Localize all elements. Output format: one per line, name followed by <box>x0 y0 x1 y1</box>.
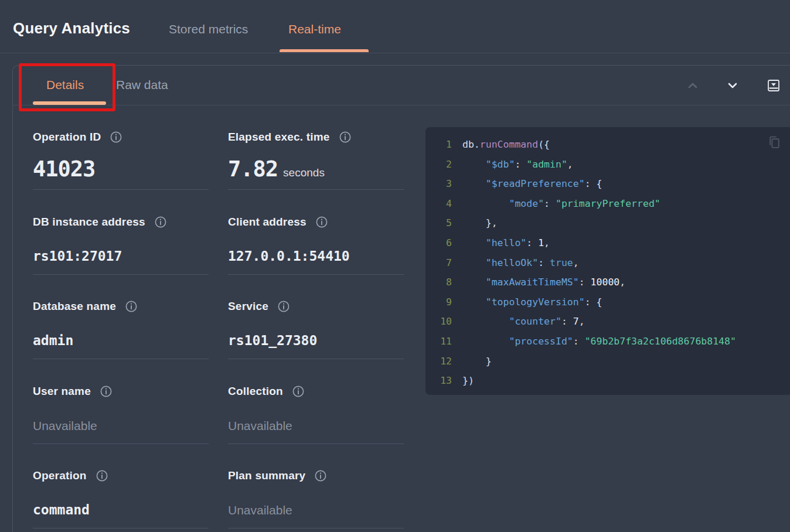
value-suffix: seconds <box>283 166 325 179</box>
field-divider <box>228 274 404 275</box>
info-icon[interactable] <box>314 469 327 482</box>
field-value: 41023 <box>33 156 95 182</box>
code-line: 1db.runCommand({ <box>434 135 790 155</box>
field-plan-summary: Plan summaryUnavailable <box>228 469 404 532</box>
line-number: 5 <box>434 213 452 233</box>
line-number: 7 <box>434 253 452 273</box>
info-icon[interactable] <box>277 300 290 313</box>
code-line: 5 }, <box>434 213 790 233</box>
info-icon[interactable] <box>96 469 108 482</box>
line-number: 4 <box>434 194 452 214</box>
active-tab-indicator <box>280 49 369 52</box>
field-divider <box>228 189 404 190</box>
field-value: command <box>33 502 90 517</box>
field-value: Unavailable <box>228 503 292 517</box>
info-icon[interactable] <box>339 131 352 144</box>
query-details-panel: Details Raw data Operation ID41023Elapse… <box>12 65 790 532</box>
field-value: rs101:27017 <box>33 248 122 264</box>
field-client-address: Client address127.0.0.1:54410 <box>228 216 404 301</box>
chevron-up-icon[interactable] <box>686 79 700 93</box>
query-fields-grid: Operation ID41023Elapsed exec. time7.82s… <box>33 131 404 532</box>
field-divider <box>33 189 209 190</box>
line-number: 6 <box>434 233 452 253</box>
code-line: 13}) <box>434 371 790 391</box>
query-code-block: 1db.runCommand({2 "$db": "admin",3 "$rea… <box>425 127 790 395</box>
panel-tabbar: Details Raw data <box>13 66 790 105</box>
line-number: 10 <box>434 312 452 332</box>
field-divider <box>33 528 209 528</box>
field-value: Unavailable <box>228 419 292 433</box>
field-db-instance-address: DB instance addressrs101:27017 <box>33 216 209 301</box>
field-value: Unavailable <box>33 419 97 433</box>
app-header: Query Analytics Stored metrics Real-time <box>0 0 790 53</box>
code-line: 3 "$readPreference": { <box>434 174 790 194</box>
info-icon[interactable] <box>154 216 167 229</box>
field-elapsed-exec-time: Elapsed exec. time7.82seconds <box>228 131 404 216</box>
field-user-name: User nameUnavailable <box>33 385 209 470</box>
info-icon[interactable] <box>110 131 122 144</box>
field-label: Client address <box>228 216 307 229</box>
field-value: 127.0.0.1:54410 <box>228 248 350 264</box>
code-line: 12 } <box>434 352 790 371</box>
field-divider <box>228 528 404 528</box>
details-tab-indicator <box>33 101 106 105</box>
field-label: Elapsed exec. time <box>228 131 330 144</box>
line-number: 11 <box>434 332 452 352</box>
line-number: 9 <box>434 292 452 312</box>
info-icon[interactable] <box>125 300 138 313</box>
field-label: Plan summary <box>228 469 305 482</box>
field-divider <box>33 444 209 444</box>
field-label: User name <box>33 385 91 398</box>
field-divider <box>228 359 404 359</box>
field-label: Operation ID <box>33 131 101 144</box>
field-database-name: Database nameadmin <box>33 300 209 385</box>
tab-real-time[interactable]: Real-time <box>288 22 341 36</box>
tab-details[interactable]: Details <box>46 78 84 92</box>
line-number: 12 <box>434 352 452 371</box>
code-line: 7 "helloOk": true, <box>434 253 790 273</box>
line-number: 1 <box>434 135 452 155</box>
field-operation: Operationcommand <box>33 469 209 532</box>
dock-panel-icon[interactable] <box>765 77 782 94</box>
field-label: Collection <box>228 385 283 398</box>
panel-toolbar <box>686 66 782 105</box>
tab-stored-metrics[interactable]: Stored metrics <box>169 22 248 36</box>
field-operation-id: Operation ID41023 <box>33 131 209 216</box>
field-value: rs101_27380 <box>228 333 317 348</box>
page-title: Query Analytics <box>13 19 130 37</box>
field-label: Database name <box>33 300 116 313</box>
line-number: 8 <box>434 272 452 292</box>
field-service: Servicers101_27380 <box>228 300 404 385</box>
line-number: 13 <box>434 371 452 391</box>
copy-icon[interactable] <box>767 135 782 152</box>
chevron-down-icon[interactable] <box>726 79 740 93</box>
code-line: 11 "processId": "69b2b7f3a2c106d8676b814… <box>434 332 790 352</box>
field-divider <box>228 444 404 444</box>
field-divider <box>33 274 209 275</box>
line-number: 2 <box>434 155 452 175</box>
field-value: admin <box>33 333 73 348</box>
code-line: 9 "topologyVersion": { <box>434 292 790 312</box>
field-label: DB instance address <box>33 216 145 229</box>
code-line: 4 "mode": "primaryPreferred" <box>434 194 790 214</box>
code-line: 10 "counter": 7, <box>434 312 790 332</box>
info-icon[interactable] <box>100 385 113 398</box>
code-line: 2 "$db": "admin", <box>434 155 790 175</box>
field-divider <box>33 359 209 359</box>
field-label: Service <box>228 300 268 313</box>
field-value: 7.82seconds <box>228 156 325 182</box>
field-collection: CollectionUnavailable <box>228 385 404 470</box>
tab-raw-data[interactable]: Raw data <box>116 78 168 92</box>
code-line: 6 "hello": 1, <box>434 233 790 253</box>
field-label: Operation <box>33 469 87 482</box>
info-icon[interactable] <box>292 385 305 398</box>
line-number: 3 <box>434 174 452 194</box>
code-line: 8 "maxAwaitTimeMS": 10000, <box>434 272 790 292</box>
info-icon[interactable] <box>315 216 328 229</box>
